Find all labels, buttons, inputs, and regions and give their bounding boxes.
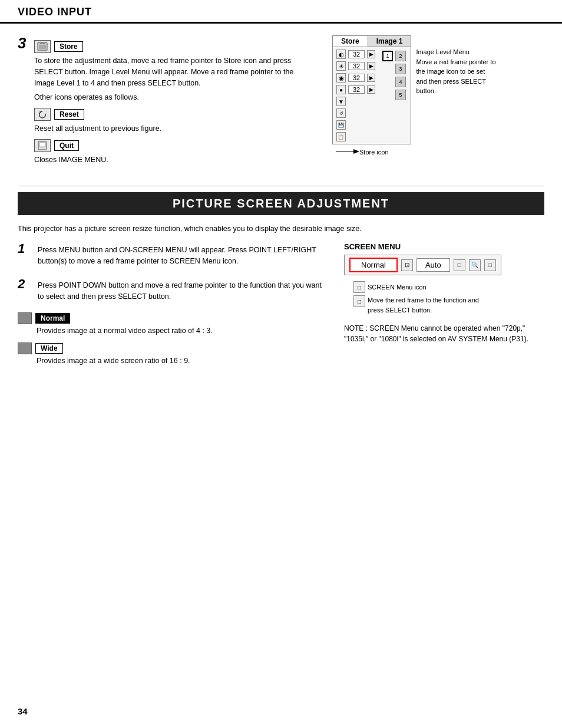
normal-function-item: Normal: [18, 312, 326, 324]
screen-icon-4: □: [484, 259, 496, 271]
right-annotation: Image Level MenuMove a red frame pointer…: [416, 35, 510, 96]
step2-text: Press POINT DOWN button and move a red f…: [38, 280, 326, 302]
svg-rect-4: [39, 143, 45, 147]
menu-top-bar: Store Image 1: [333, 36, 411, 47]
step1-row: 1 Press MENU button and ON-SCREEN MENU w…: [18, 242, 326, 271]
image-icon-1: 1: [382, 51, 393, 61]
quit-menu-icon: 📋: [336, 132, 346, 141]
quit-icon-row: Quit: [34, 139, 315, 152]
section1: 3 Store To store the adjustment data, mo…: [18, 35, 544, 174]
menu-row-5: ▼: [336, 97, 375, 106]
note-box: NOTE : SCREEN Menu cannot be operated wh…: [344, 323, 544, 344]
down-icon: ▼: [336, 97, 346, 106]
normal-icon-box: [18, 312, 32, 324]
menu-indicator-box-1: □: [353, 281, 365, 293]
image-icon-5: 5: [395, 90, 406, 100]
quit-icon-box: [34, 139, 51, 152]
reset-icon-box: [34, 108, 51, 121]
section1-right: Store Image 1 ◐ 32 ▶: [332, 35, 544, 174]
wide-btn-label: Wide: [35, 343, 63, 354]
menu-indicator-box-2: □: [353, 295, 365, 307]
arrow4: ▶: [367, 85, 375, 94]
val3: 32: [348, 74, 365, 82]
menu-row-4: ● 32 ▶: [336, 85, 375, 94]
step2-row: 2 Press POINT DOWN button and move a red…: [18, 278, 326, 306]
menu-row-6: ↺: [336, 108, 375, 118]
reset-btn-label: Reset: [54, 109, 84, 120]
menu-row-7: 💾: [336, 120, 375, 130]
reset-menu-icon: ↺: [336, 108, 346, 118]
section1-left: 3 Store To store the adjustment data, mo…: [18, 35, 315, 174]
val1: 32: [348, 50, 365, 58]
arrow3: ▶: [367, 74, 375, 82]
image1-menu-btn: Image 1: [368, 36, 411, 47]
step3-content: Store To store the adjustment data, move…: [34, 35, 315, 169]
svg-marker-6: [353, 149, 359, 154]
diagram-annotation-text: Image Level MenuMove a red frame pointer…: [416, 48, 495, 94]
contrast-icon: ◐: [336, 50, 346, 59]
diagram-annotation-area: Store Image 1 ◐ 32 ▶: [332, 35, 544, 157]
screen-normal-box: Normal: [349, 258, 398, 272]
normal-btn-label: Normal: [35, 313, 70, 324]
screen-icon-1: ⊡: [401, 259, 413, 271]
screen-move-text: Move the red frame to the function andpr…: [368, 295, 479, 315]
reset-icon-row: Reset: [34, 108, 315, 121]
val4: 32: [348, 85, 365, 94]
image-icon-3: 3: [395, 64, 406, 74]
image-icon-2: 2: [395, 51, 406, 61]
menu-row-1: ◐ 32 ▶: [336, 50, 375, 59]
color-icon: ◉: [336, 73, 346, 83]
psa-intro: This projector has a picture screen resi…: [18, 223, 544, 235]
store-menu-btn: Store: [333, 36, 368, 47]
arrow1: ▶: [367, 50, 375, 58]
brightness-icon: ☀: [336, 61, 346, 71]
tint-icon: ●: [336, 85, 346, 94]
psa-left: 1 Press MENU button and ON-SCREEN MENU w…: [18, 242, 326, 370]
menu-row-2: ☀ 32 ▶: [336, 61, 375, 71]
page-header: VIDEO INPUT: [0, 0, 562, 24]
section2: PICTURE SCREEN ADJUSTMENT This projector…: [18, 192, 544, 370]
quit-desc: Closes IMAGE MENU.: [34, 154, 315, 166]
psa-right: SCREEN MENU Normal ⊡ Auto □ 🔍 □ □: [344, 242, 544, 370]
screen-icon-3: 🔍: [469, 259, 481, 271]
step2-num: 2: [18, 278, 28, 291]
step1-text: Press MENU button and ON-SCREEN MENU wil…: [38, 245, 326, 267]
image-level-menu-diagram: Store Image 1 ◐ 32 ▶: [332, 35, 411, 144]
screen-menu-diagram: Normal ⊡ Auto □ 🔍 □: [344, 255, 501, 275]
image-icon-4: 4: [395, 77, 406, 87]
step3-body: To store the adjustment data, move a red…: [34, 55, 315, 88]
arrow2: ▶: [367, 62, 375, 70]
menu-row-8: 📋: [336, 132, 375, 141]
other-icons-label: Other icons operates as follows.: [34, 92, 315, 103]
step3-number: 3: [18, 35, 29, 51]
section-divider: [18, 186, 544, 186]
menu-row-3: ◉ 32 ▶: [336, 73, 375, 83]
page-footer: 34: [18, 706, 28, 716]
page-number: 34: [18, 706, 28, 716]
store-icon-row: Store: [34, 40, 315, 53]
step3-row: 3 Store To store the adjustment data, mo…: [18, 35, 315, 169]
val2: 32: [348, 62, 365, 70]
screen-icon-2: □: [454, 259, 465, 271]
page-title: VIDEO INPUT: [18, 6, 92, 18]
normal-desc: Provides image at a normal video aspect …: [37, 325, 326, 337]
psa-heading: PICTURE SCREEN ADJUSTMENT: [18, 192, 544, 215]
screen-menu-label: SCREEN MENU: [344, 242, 544, 251]
screen-auto-box: Auto: [416, 258, 450, 272]
diagram-wrapper: Store Image 1 ◐ 32 ▶: [332, 35, 411, 157]
screen-menu-icon-label: SCREEN Menu icon: [368, 284, 427, 291]
store-icon-box: [34, 40, 51, 53]
svg-rect-1: [39, 45, 46, 50]
quit-btn-label: Quit: [54, 140, 79, 151]
note-text: NOTE : SCREEN Menu cannot be operated wh…: [344, 324, 528, 343]
wide-function-item: Wide: [18, 342, 326, 354]
screen-menu-icon-annotation: □ SCREEN Menu icon □ Move the red frame …: [344, 280, 544, 315]
main-content: 3 Store To store the adjustment data, mo…: [0, 24, 562, 370]
step1-num: 1: [18, 242, 28, 255]
store-icon-label: Store icon: [359, 149, 389, 156]
reset-desc: Reset all adjustment to previous figure.: [34, 123, 315, 134]
store-btn-label: Store: [54, 41, 83, 52]
wide-desc: Provides image at a wide screen ratio of…: [37, 355, 326, 367]
wide-icon-box: [18, 342, 32, 354]
psa-two-col: 1 Press MENU button and ON-SCREEN MENU w…: [18, 242, 544, 370]
